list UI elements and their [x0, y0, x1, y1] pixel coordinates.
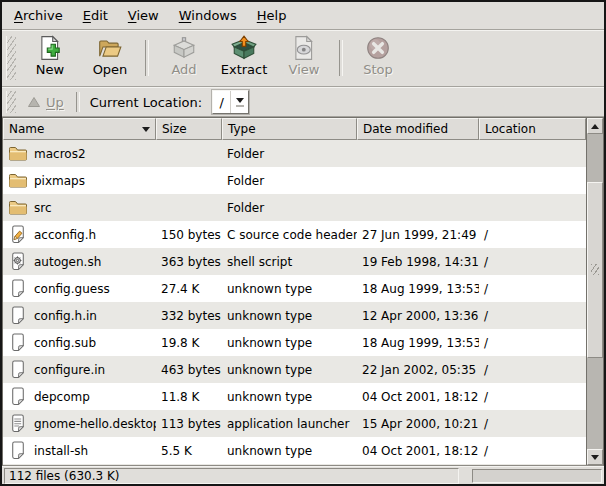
folder-icon	[8, 171, 28, 190]
column-headers: Name Size Type Date modified Location	[3, 118, 586, 140]
file-size: 11.8 K	[156, 390, 222, 404]
column-header-date-modified[interactable]: Date modified	[357, 118, 479, 140]
file-date-modified: 19 Feb 1998, 14:31	[357, 255, 479, 269]
file-name: macros2	[34, 147, 86, 161]
menu-archive[interactable]: Archive	[4, 3, 73, 28]
file-row[interactable]: install-sh 5.5 K unknown type 04 Oct 200…	[3, 437, 586, 464]
toolbar-separator	[145, 40, 149, 76]
column-header-location[interactable]: Location	[479, 118, 586, 140]
menu-help[interactable]: Help	[247, 3, 297, 28]
file-size: 363 bytes	[156, 255, 222, 269]
file-type: unknown type	[222, 336, 357, 350]
menu-edit[interactable]: Edit	[73, 3, 118, 28]
scrollbar-thumb[interactable]	[587, 182, 603, 358]
menu-windows[interactable]: Windows	[169, 3, 247, 28]
file-name: acconfig.h	[34, 228, 96, 242]
progress-bar	[472, 469, 602, 483]
file-name: depcomp	[34, 390, 90, 404]
dropdown-arrow-icon	[236, 98, 244, 103]
extract-button[interactable]: Extract	[214, 34, 274, 80]
column-header-type[interactable]: Type	[222, 118, 357, 140]
paper-icon	[8, 387, 28, 406]
folder-icon	[8, 198, 28, 217]
vertical-scrollbar[interactable]	[586, 118, 603, 465]
file-list-body: macros2 Folder pixmaps Folder src Folder…	[3, 140, 586, 465]
status-message: 112 files (630.3 K)	[4, 468, 459, 484]
paper-icon	[8, 441, 28, 460]
current-location-label: Current Location:	[90, 95, 202, 110]
file-name: config.h.in	[34, 309, 97, 323]
stop-icon	[365, 35, 391, 61]
file-type: unknown type	[222, 444, 357, 458]
file-row[interactable]: config.h.in 332 bytes unknown type 12 Ap…	[3, 302, 586, 329]
scrollbar-down-button[interactable]	[587, 449, 603, 465]
column-header-name[interactable]: Name	[3, 118, 156, 140]
file-size: 463 bytes	[156, 363, 222, 377]
file-name: pixmaps	[34, 174, 85, 188]
file-name: gnome-hello.desktop	[34, 417, 156, 431]
file-type: Folder	[222, 201, 357, 215]
file-row[interactable]: config.guess 27.4 K unknown type 18 Aug …	[3, 275, 586, 302]
up-arrow-icon	[27, 96, 41, 108]
file-type: Folder	[222, 174, 357, 188]
file-location: /	[479, 444, 586, 458]
file-size: 5.5 K	[156, 444, 222, 458]
file-date-modified: 15 Apr 2000, 10:21	[357, 417, 479, 431]
file-date-modified: 04 Oct 2001, 18:12	[357, 444, 479, 458]
archive-manager-window: Archive Edit View Windows Help New Open …	[0, 0, 606, 486]
file-name: autogen.sh	[34, 255, 101, 269]
scrollbar-track[interactable]	[587, 134, 603, 449]
file-list: Name Size Type Date modified Location ma…	[2, 117, 604, 466]
file-row[interactable]: configure.in 463 bytes unknown type 22 J…	[3, 356, 586, 383]
file-row[interactable]: autogen.sh 363 bytes shell script 19 Feb…	[3, 248, 586, 275]
file-location: /	[479, 390, 586, 404]
file-row[interactable]: acconfig.h 150 bytes C source code heade…	[3, 221, 586, 248]
file-name: src	[34, 201, 52, 215]
file-row[interactable]: depcomp 11.8 K unknown type 04 Oct 2001,…	[3, 383, 586, 410]
status-bar: 112 files (630.3 K)	[2, 466, 604, 484]
file-row[interactable]: macros2 Folder	[3, 140, 586, 167]
locationbar-drag-handle[interactable]	[6, 91, 16, 113]
toolbar-drag-handle[interactable]	[6, 36, 16, 80]
open-button[interactable]: Open	[80, 34, 140, 80]
new-archive-icon	[37, 35, 63, 61]
paper-icon	[8, 360, 28, 379]
scroll-down-icon	[591, 455, 599, 460]
file-date-modified: 22 Jan 2002, 05:35	[357, 363, 479, 377]
location-bar: Up Current Location: /	[2, 87, 604, 117]
column-header-size[interactable]: Size	[156, 118, 222, 140]
file-row[interactable]: gnome-hello.desktop 113 bytes applicatio…	[3, 410, 586, 437]
location-combobox[interactable]: /	[212, 90, 249, 114]
file-location: /	[479, 363, 586, 377]
view-button: View	[274, 34, 334, 80]
file-type: unknown type	[222, 309, 357, 323]
scrollbar-up-button[interactable]	[587, 118, 603, 134]
new-button[interactable]: New	[20, 34, 80, 80]
file-type: unknown type	[222, 282, 357, 296]
menu-view[interactable]: View	[118, 3, 169, 28]
sort-descending-icon	[142, 127, 150, 132]
file-date-modified: 27 Jun 1999, 21:49	[357, 228, 479, 242]
file-size: 113 bytes	[156, 417, 222, 431]
extract-icon	[231, 35, 257, 61]
file-row[interactable]: pixmaps Folder	[3, 167, 586, 194]
file-row[interactable]: config.sub 19.8 K unknown type 18 Aug 19…	[3, 329, 586, 356]
file-type: unknown type	[222, 363, 357, 377]
file-date-modified: 18 Aug 1999, 13:53	[357, 336, 479, 350]
file-date-modified: 18 Aug 1999, 13:53	[357, 282, 479, 296]
file-location: /	[479, 417, 586, 431]
paper-icon	[8, 279, 28, 298]
file-location: /	[479, 309, 586, 323]
menu-bar: Archive Edit View Windows Help	[2, 2, 604, 30]
file-name: config.sub	[34, 336, 96, 350]
file-location: /	[479, 336, 586, 350]
paper-gear-icon	[8, 252, 28, 271]
file-row[interactable]	[3, 464, 586, 465]
file-name: install-sh	[34, 444, 88, 458]
paper-lines-icon	[8, 414, 28, 433]
file-size: 150 bytes	[156, 228, 222, 242]
file-row[interactable]: src Folder	[3, 194, 586, 221]
file-type: application launcher	[222, 417, 357, 431]
file-name: config.guess	[34, 282, 110, 296]
location-dropdown-button[interactable]	[230, 91, 248, 113]
